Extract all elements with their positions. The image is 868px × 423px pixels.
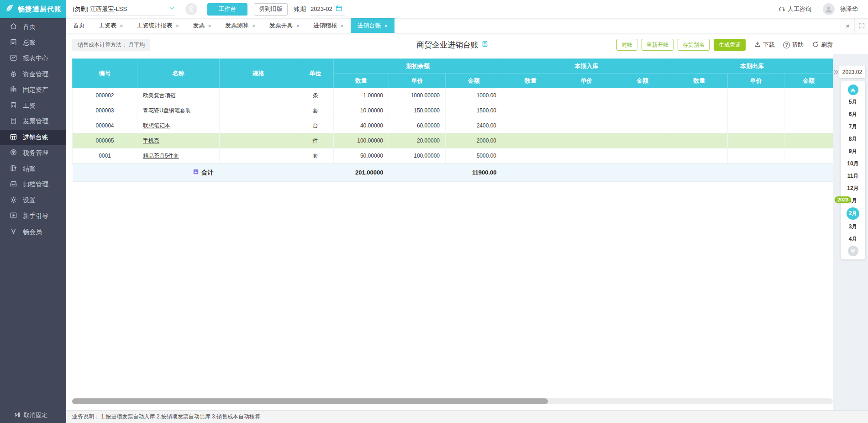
tab-close-icon[interactable]: × (384, 23, 388, 29)
month-item-8月[interactable]: 8月 (847, 133, 859, 144)
sidebar-item-closing[interactable]: 结账 (0, 161, 66, 177)
brand-logo: 畅捷通易代账 (0, 0, 66, 18)
tab-list: 首页工资表×工资统计报表×发票×发票测算×发票开具×进销稽核×进销台账× (66, 18, 841, 33)
sidebar-item-settings[interactable]: 设置 (0, 193, 66, 209)
tab-close-icon[interactable]: × (208, 23, 211, 29)
cell-in-qty (502, 133, 559, 148)
item-name-link[interactable]: 青花瓷U盘钢笔套装 (143, 107, 191, 114)
month-item-9月[interactable]: 9月 (847, 146, 859, 157)
tab-purchase-sale-audit[interactable]: 进销稽核× (306, 18, 351, 33)
sidebar-item-home[interactable]: 首页 (0, 19, 66, 35)
workbench-button[interactable]: 工作台 (207, 3, 247, 16)
sidebar-item-member[interactable]: 畅会员 (0, 224, 66, 240)
sidebar-item-salary[interactable]: 工资 (0, 98, 66, 114)
month-item-2月[interactable]: 2月 (847, 207, 859, 220)
item-name-link[interactable]: 欧美复古项链 (143, 92, 176, 99)
tab-close-icon[interactable]: × (176, 23, 179, 29)
period-value: 2023-02 (310, 5, 332, 12)
sidebar-item-funds[interactable]: 资金管理 (0, 67, 66, 83)
tab-purchase-sale-ledger[interactable]: 进销台账× (351, 18, 395, 33)
tab-salary-sheet[interactable]: 工资表× (92, 18, 130, 33)
tab-salary-report[interactable]: 工资统计报表× (130, 18, 186, 33)
sidebar-item-label: 报表中心 (23, 54, 48, 63)
switch-old-version-button[interactable]: 切到旧版 (254, 3, 288, 16)
sidebar-item-report-center[interactable]: 报表中心 (0, 51, 66, 67)
sidebar-item-guide[interactable]: 新手引导 (0, 208, 66, 224)
sidebar-item-fixed-assets[interactable]: 固定资产 (0, 82, 66, 98)
item-name-link[interactable]: 联想笔记本 (143, 122, 170, 129)
close-all-tabs-icon[interactable]: × (841, 18, 854, 33)
sidebar-item-invoice-mgmt[interactable]: 发票管理 (0, 114, 66, 130)
item-name-link[interactable]: 手机壳 (143, 137, 159, 144)
company-selector[interactable]: (勿删) 江西服宝-LSS (73, 3, 175, 16)
ledger-icon (10, 38, 17, 48)
months-scroll-down-icon[interactable] (848, 246, 858, 256)
cell-name: 手机壳 (137, 133, 220, 148)
reopen-button[interactable]: 重新开账 (642, 39, 673, 51)
month-item-12月[interactable]: 12月 (847, 183, 859, 194)
month-item-7月[interactable]: 7月 (847, 121, 859, 132)
tab-home[interactable]: 首页 (66, 18, 92, 33)
tabbar: 首页工资表×工资统计报表×发票×发票测算×发票开具×进销稽核×进销台账× × (66, 18, 868, 33)
rail-period-chip: 2023.02 (839, 66, 865, 78)
cell-out-amount (784, 103, 833, 118)
cell-begin-amount: 2000.00 (446, 133, 502, 148)
archive-icon (10, 180, 17, 189)
sub-header-in-amount: 金额 (614, 74, 671, 88)
month-item-10月[interactable]: 10月 (847, 158, 859, 169)
unpin-button[interactable]: 取消固定 (0, 407, 66, 423)
cell-spec (220, 133, 297, 148)
sidebar-item-label: 进销台账 (23, 133, 48, 142)
help-button[interactable]: ? 帮助 (783, 41, 804, 49)
tab-invoice[interactable]: 发票× (186, 18, 218, 33)
consult-link[interactable]: 人工咨询 (778, 5, 811, 14)
cell-in-amount (614, 148, 671, 164)
avatar[interactable] (823, 3, 835, 15)
rail-collapse-icon[interactable] (832, 69, 840, 78)
refresh-button[interactable]: 刷新 (812, 41, 833, 49)
tab-close-icon[interactable]: × (296, 23, 300, 29)
sidebar-item-archive[interactable]: 归档管理 (0, 177, 66, 193)
refresh-icon (812, 41, 819, 49)
tab-invoice-calc[interactable]: 发票测算× (218, 18, 263, 33)
download-button[interactable]: 下载 (754, 41, 775, 49)
asset-icon (10, 85, 17, 95)
help-label: 帮助 (792, 41, 804, 49)
cell-in-price (559, 88, 614, 103)
sidebar-item-label: 发票管理 (23, 117, 48, 126)
cell-begin-price: 150.00000 (389, 103, 446, 118)
months-scroll-up-icon[interactable] (848, 85, 858, 95)
period-picker[interactable]: 2023-02 (310, 3, 345, 16)
tab-label: 发票 (193, 21, 205, 30)
reconcile-button[interactable]: 对账 (616, 39, 637, 51)
table-header: 编号名称规格单位期初余额本期入库本期出库数量单价金额数量单价金额数量单价金额 (73, 59, 833, 88)
month-item-5月[interactable]: 5月 (847, 96, 859, 107)
sidebar-item-purchase-sale-ledger[interactable]: 进销台账 (0, 130, 66, 146)
month-item-11月[interactable]: 11月 (847, 170, 859, 181)
make-voucher-button[interactable]: 生成凭证 (714, 39, 746, 51)
tab-close-icon[interactable]: × (252, 23, 256, 29)
sidebar-item-tax-mgmt[interactable]: 税务管理 (0, 145, 66, 161)
tab-invoice-issue[interactable]: 发票开具× (262, 18, 306, 33)
month-item-3月[interactable]: 3月 (847, 221, 859, 232)
item-name-link[interactable]: 精品茶具5件套 (143, 153, 179, 159)
document-icon[interactable] (481, 40, 489, 50)
fullscreen-icon[interactable] (854, 18, 868, 33)
cell-begin-price: 60.00000 (389, 118, 446, 133)
tab-close-icon[interactable]: × (340, 23, 344, 29)
total-label: 合计 (202, 169, 214, 177)
month-item-4月[interactable]: 4月 (847, 233, 859, 244)
month-item-6月[interactable]: 6月 (847, 109, 859, 120)
horizontal-scrollbar-thumb[interactable] (72, 398, 548, 404)
stock-alias-button[interactable]: 存货别名 (678, 39, 710, 51)
sub-header-begin-amount: 金额 (446, 74, 502, 88)
tab-label: 进销台账 (358, 21, 381, 30)
cell-spec (220, 103, 297, 118)
sidebar-item-label: 税务管理 (23, 149, 48, 157)
tab-close-icon[interactable]: × (120, 23, 123, 29)
chevron-down-icon (168, 5, 175, 13)
notepad-icon[interactable] (185, 3, 197, 15)
sidebar-item-general-ledger[interactable]: 总账 (0, 35, 66, 51)
table-row: 000004联想笔记本台40.0000060.000002400.00 (73, 118, 833, 133)
horizontal-scrollbar-track[interactable] (72, 398, 833, 404)
